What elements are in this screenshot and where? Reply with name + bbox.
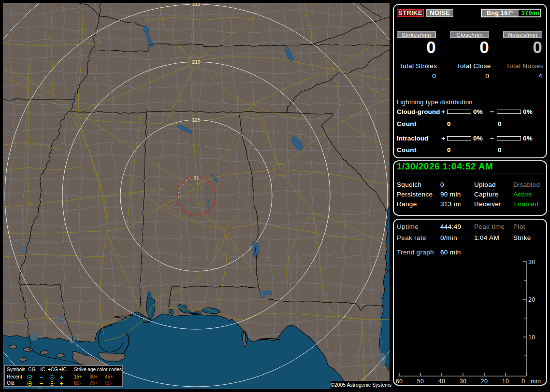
svg-text:31: 31 xyxy=(193,175,199,181)
svg-text:219: 219 xyxy=(192,59,201,65)
svg-text:125: 125 xyxy=(192,117,201,123)
svg-text:10: 10 xyxy=(502,378,509,385)
svg-text:50: 50 xyxy=(417,378,424,385)
svg-text:313: 313 xyxy=(192,3,201,7)
svg-text:40: 40 xyxy=(438,378,446,385)
svg-text:20: 20 xyxy=(481,378,488,385)
svg-text:0: 0 xyxy=(521,378,525,385)
svg-text:30: 30 xyxy=(528,259,536,266)
svg-text:60: 60 xyxy=(396,378,403,385)
svg-text:min: min xyxy=(531,378,541,385)
svg-text:30: 30 xyxy=(460,378,467,385)
svg-text:20: 20 xyxy=(528,296,536,303)
svg-text:10: 10 xyxy=(528,334,536,341)
